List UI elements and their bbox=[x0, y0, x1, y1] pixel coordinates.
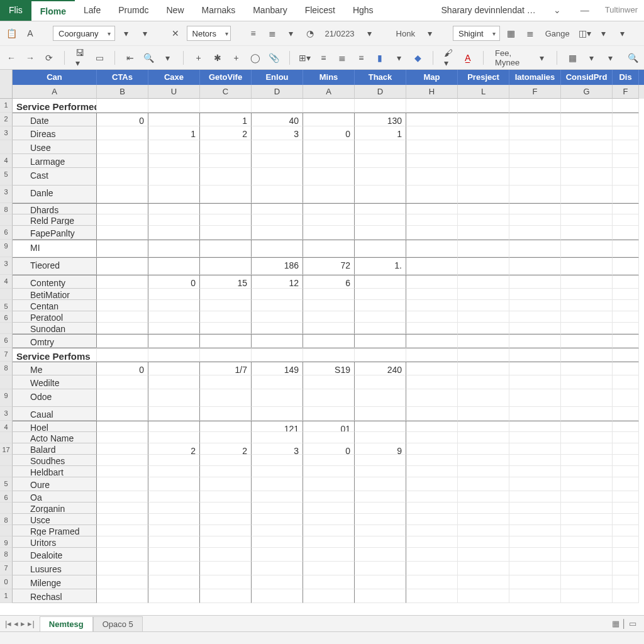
cell[interactable] bbox=[613, 334, 639, 348]
cell[interactable] bbox=[97, 575, 148, 589]
cell[interactable] bbox=[406, 548, 458, 562]
chevron-down-icon[interactable]: ▾ bbox=[423, 26, 438, 41]
cell[interactable]: Me bbox=[13, 362, 97, 375]
col-letter[interactable]: G bbox=[561, 85, 613, 99]
cell[interactable] bbox=[252, 491, 303, 502]
cell[interactable]: 9 bbox=[355, 443, 406, 455]
cell[interactable]: BetiMatior bbox=[13, 289, 97, 300]
cell[interactable] bbox=[200, 168, 252, 186]
cell[interactable]: 240 bbox=[355, 362, 406, 375]
cell[interactable] bbox=[252, 311, 303, 323]
row-number[interactable]: 8 bbox=[0, 362, 13, 375]
cell[interactable] bbox=[509, 562, 561, 575]
cell[interactable]: 3 bbox=[252, 126, 303, 140]
row-number[interactable]: 6 bbox=[0, 226, 13, 240]
cell[interactable] bbox=[97, 466, 148, 477]
cell[interactable] bbox=[148, 154, 200, 168]
cell[interactable] bbox=[613, 257, 639, 275]
cell[interactable] bbox=[561, 362, 613, 375]
cell[interactable] bbox=[148, 203, 200, 214]
cell[interactable] bbox=[509, 477, 561, 491]
cell[interactable] bbox=[303, 455, 355, 466]
cell[interactable] bbox=[561, 300, 613, 311]
cell[interactable] bbox=[148, 589, 200, 603]
row-number[interactable] bbox=[0, 323, 13, 334]
menu-tab-6[interactable]: Fleicest bbox=[296, 0, 344, 21]
cell[interactable]: Service Performed bbox=[13, 99, 97, 113]
forward-icon[interactable]: → bbox=[23, 50, 38, 65]
cell[interactable] bbox=[613, 126, 639, 140]
cell[interactable] bbox=[613, 240, 639, 257]
cell[interactable] bbox=[613, 443, 639, 455]
cell[interactable] bbox=[355, 334, 406, 348]
cell[interactable] bbox=[97, 300, 148, 311]
cell[interactable] bbox=[148, 536, 200, 548]
cell[interactable] bbox=[355, 300, 406, 311]
cell[interactable] bbox=[509, 257, 561, 275]
cell[interactable] bbox=[406, 186, 458, 203]
cell[interactable]: 121 bbox=[252, 421, 303, 432]
cell[interactable] bbox=[406, 240, 458, 257]
cell[interactable] bbox=[613, 311, 639, 323]
cell[interactable] bbox=[148, 466, 200, 477]
cell[interactable] bbox=[509, 275, 561, 289]
cell[interactable] bbox=[148, 300, 200, 311]
cell[interactable] bbox=[148, 548, 200, 562]
cell[interactable] bbox=[509, 432, 561, 443]
cell[interactable] bbox=[148, 421, 200, 432]
cell[interactable] bbox=[355, 323, 406, 334]
zoom-icon[interactable]: 🔍 bbox=[142, 50, 157, 65]
cell[interactable] bbox=[406, 126, 458, 140]
cell[interactable]: Heldbart bbox=[13, 466, 97, 477]
cell[interactable] bbox=[355, 525, 406, 536]
cell[interactable] bbox=[148, 362, 200, 375]
cell[interactable] bbox=[200, 226, 252, 240]
cell[interactable] bbox=[97, 203, 148, 214]
cell[interactable] bbox=[613, 455, 639, 466]
cell[interactable]: Oure bbox=[13, 477, 97, 491]
indent-icon[interactable]: ⇤ bbox=[123, 50, 138, 65]
cell[interactable] bbox=[303, 140, 355, 154]
cell[interactable] bbox=[509, 140, 561, 154]
cell[interactable] bbox=[509, 289, 561, 300]
row-number[interactable]: 8 bbox=[0, 514, 13, 525]
cell[interactable] bbox=[613, 140, 639, 154]
chart-icon[interactable]: ▮ bbox=[372, 50, 387, 65]
cell[interactable]: Lusures bbox=[13, 562, 97, 575]
cell[interactable] bbox=[406, 375, 458, 389]
font-dd2-icon[interactable]: ▾ bbox=[138, 26, 153, 41]
cell[interactable] bbox=[406, 421, 458, 432]
cell[interactable] bbox=[458, 548, 509, 562]
cell[interactable] bbox=[97, 477, 148, 491]
col-letter[interactable]: L bbox=[458, 85, 509, 99]
cell[interactable] bbox=[406, 407, 458, 421]
cell[interactable] bbox=[252, 536, 303, 548]
cell[interactable] bbox=[97, 140, 148, 154]
size-select[interactable]: Netors ▾ bbox=[187, 26, 231, 41]
cell[interactable] bbox=[561, 514, 613, 525]
cell[interactable] bbox=[303, 289, 355, 300]
grid-icon[interactable]: ▦ bbox=[504, 26, 519, 41]
cell[interactable] bbox=[458, 334, 509, 348]
cell[interactable] bbox=[355, 575, 406, 589]
cell[interactable] bbox=[97, 407, 148, 421]
cell[interactable] bbox=[97, 491, 148, 502]
view-shortcuts[interactable]: ▦ │ ▭ bbox=[604, 619, 644, 628]
cell[interactable] bbox=[252, 214, 303, 226]
row-number[interactable] bbox=[0, 375, 13, 389]
cell[interactable] bbox=[148, 491, 200, 502]
cell[interactable]: Contenty bbox=[13, 275, 97, 289]
cell[interactable] bbox=[406, 362, 458, 375]
refresh-icon[interactable]: ⟳ bbox=[42, 50, 57, 65]
cell[interactable] bbox=[613, 477, 639, 491]
cell[interactable] bbox=[148, 525, 200, 536]
cell[interactable]: Danle bbox=[13, 186, 97, 203]
cell[interactable] bbox=[200, 491, 252, 502]
cell[interactable] bbox=[509, 536, 561, 548]
row-number[interactable]: 3 bbox=[0, 407, 13, 421]
cell[interactable] bbox=[561, 257, 613, 275]
font-name-select[interactable]: Coorguany ▾ bbox=[53, 26, 115, 41]
align-center-icon[interactable]: ≣ bbox=[265, 26, 280, 41]
sheet-next-icon[interactable]: ▸ bbox=[21, 619, 25, 628]
header-tab-1[interactable]: CTAs bbox=[97, 70, 148, 85]
